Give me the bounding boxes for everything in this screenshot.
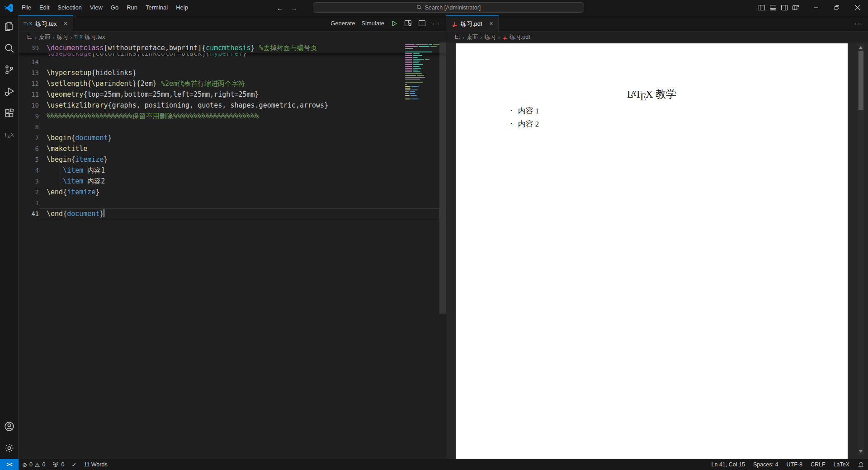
code-line[interactable]: 8 [19, 122, 446, 132]
code-line[interactable]: 11\geometry{top=25mm,bottom=25mm,left=25… [19, 89, 446, 100]
breadcrumb-item[interactable]: 桌面 [467, 33, 478, 41]
nav-back-icon[interactable]: ← [277, 4, 283, 12]
toggle-sidebar-icon[interactable] [758, 4, 765, 11]
code-text [39, 56, 47, 67]
code-line[interactable]: 7\begin{document} [19, 132, 446, 143]
close-tab-icon[interactable]: ✕ [64, 21, 68, 27]
ports-status[interactable]: 0 [49, 459, 68, 470]
breadcrumb-right[interactable]: E:›桌面›练习›练习.pdf [446, 32, 868, 42]
breadcrumb-separator-icon: › [52, 34, 54, 41]
breadcrumb-separator-icon: › [498, 34, 500, 41]
code-line[interactable]: 4 \item 内容1 [19, 165, 446, 176]
pdf-scrollbar-thumb[interactable] [859, 51, 863, 110]
generate-button[interactable]: Generate [330, 20, 355, 27]
menu-terminal[interactable]: Terminal [142, 2, 172, 13]
menu-file[interactable]: File [18, 2, 35, 13]
close-window-button[interactable] [847, 0, 868, 15]
encoding[interactable]: UTF-8 [782, 459, 806, 470]
breadcrumb-item[interactable]: 练习 [57, 33, 68, 41]
menu-bar: FileEditSelectionViewGoRunTerminalHelp [18, 2, 192, 13]
remote-indicator[interactable]: >< [0, 459, 19, 470]
latex-workshop-icon[interactable]: TEX [0, 124, 19, 146]
toggle-panel-icon[interactable] [769, 4, 777, 11]
view-pdf-preview-icon[interactable] [404, 19, 412, 27]
tex-file-icon: TEX [75, 34, 83, 40]
latex-compile-status[interactable]: ✓ [68, 459, 80, 470]
split-editor-icon[interactable] [418, 19, 426, 27]
toggle-secondary-sidebar-icon[interactable] [781, 4, 788, 11]
line-number: 5 [19, 154, 39, 165]
settings-gear-icon[interactable] [0, 437, 19, 459]
code-line[interactable]: \usepackage[colorlinks,linkcolor=black]{… [19, 53, 446, 56]
notifications-bell-icon[interactable] [854, 459, 868, 470]
problems-status[interactable]: ⊘ 0 ⚠ 0 [19, 459, 49, 470]
bullet-icon: • [510, 120, 513, 127]
warnings-count: 0 [42, 461, 46, 468]
cursor-position[interactable]: Ln 41, Col 15 [708, 459, 749, 470]
explorer-icon[interactable] [0, 15, 19, 37]
scroll-up-icon[interactable] [859, 46, 863, 49]
menu-go[interactable]: Go [107, 2, 123, 13]
extensions-icon[interactable] [0, 102, 19, 124]
code-line[interactable]: 41\end{document} [19, 208, 446, 219]
breadcrumb-item[interactable]: 练习 [485, 33, 496, 41]
menu-edit[interactable]: Edit [35, 2, 53, 13]
search-view-icon[interactable] [0, 37, 19, 59]
breadcrumb-left[interactable]: E:›桌面›练习›TEX练习.tex [19, 32, 446, 42]
code-line[interactable]: 1 [19, 197, 446, 208]
nav-forward-icon[interactable]: → [291, 4, 297, 12]
eol-sequence[interactable]: CRLF [807, 459, 830, 470]
customize-layout-icon[interactable] [792, 4, 799, 11]
indent-guide [58, 176, 58, 187]
code-line[interactable]: 3 \item 内容2 [19, 176, 446, 187]
breadcrumb-item[interactable]: E: [455, 34, 460, 40]
more-actions-icon[interactable]: ··· [854, 19, 863, 27]
code-text [39, 197, 47, 208]
search-input[interactable]: Search [Administrator] [313, 2, 584, 13]
line-number: 1 [19, 197, 39, 208]
minimap[interactable] [405, 44, 439, 100]
simulate-button[interactable]: Simulate [361, 20, 384, 27]
code-line[interactable]: 9%%%%%%%%%%%%%%%%%%%%%保留不用删除%%%%%%%%%%%%… [19, 111, 446, 122]
menu-selection[interactable]: Selection [53, 2, 85, 13]
code-line[interactable]: 14 [19, 56, 446, 67]
pdf-page: LATEX 教学 •内容 1•内容 2 [456, 43, 848, 459]
menu-run[interactable]: Run [123, 2, 142, 13]
more-actions-icon[interactable]: ··· [432, 19, 440, 27]
scroll-down-icon[interactable] [859, 450, 863, 453]
pdf-viewer[interactable]: LATEX 教学 •内容 1•内容 2 [446, 42, 868, 459]
code-line[interactable]: 6\maketitle [19, 143, 446, 154]
minimize-button[interactable] [806, 0, 826, 15]
breadcrumb-item[interactable]: E: [27, 34, 33, 40]
breadcrumb-item[interactable]: 练习.pdf [502, 33, 530, 41]
line-number: 4 [19, 165, 39, 176]
code-line[interactable]: 10\usetikzlibrary{graphs, positioning, q… [19, 100, 446, 111]
breadcrumb-item[interactable]: 桌面 [39, 33, 50, 41]
close-tab-icon[interactable]: ✕ [489, 21, 493, 27]
code-line[interactable]: 12\setlength{\parindent}{2em} %2em代表首行缩进… [19, 78, 446, 89]
tab-lianxi-pdf[interactable]: 练习.pdf ✕ [446, 15, 499, 31]
run-debug-icon[interactable] [0, 80, 19, 102]
maximize-restore-button[interactable] [826, 0, 847, 15]
tab-lianxi-tex[interactable]: TEX 练习.tex ✕ [19, 15, 73, 31]
editor-scrollbar-thumb[interactable] [439, 42, 446, 314]
indentation[interactable]: Spaces: 4 [749, 459, 783, 470]
language-mode[interactable]: LaTeX [830, 459, 854, 470]
word-count[interactable]: 11 Words [80, 459, 111, 470]
breadcrumb-label: 桌面 [467, 33, 478, 41]
build-play-icon[interactable] [391, 20, 398, 27]
source-control-icon[interactable] [0, 59, 19, 80]
menu-view[interactable]: View [86, 2, 107, 13]
code-line[interactable]: 2\end{itemize} [19, 187, 446, 197]
code-line[interactable]: 13\hypersetup{hidelinks} [19, 67, 446, 78]
breadcrumb-label: E: [455, 34, 460, 40]
breadcrumb-item[interactable]: TEX练习.tex [75, 33, 105, 41]
account-icon[interactable] [0, 415, 19, 437]
sticky-code-line[interactable]: 39\documentclass[withoutpreface,bwprint]… [19, 42, 446, 53]
pdf-scrollbar[interactable] [858, 44, 864, 455]
menu-help[interactable]: Help [172, 2, 192, 13]
line-number: 9 [19, 111, 39, 122]
code-line[interactable]: 5\begin{itemize} [19, 154, 446, 165]
editor-group-left: TEX 练习.tex ✕ Generate Simulate ··· E:›桌面… [19, 15, 446, 459]
code-editor[interactable]: 39\documentclass[withoutpreface,bwprint]… [19, 42, 446, 459]
